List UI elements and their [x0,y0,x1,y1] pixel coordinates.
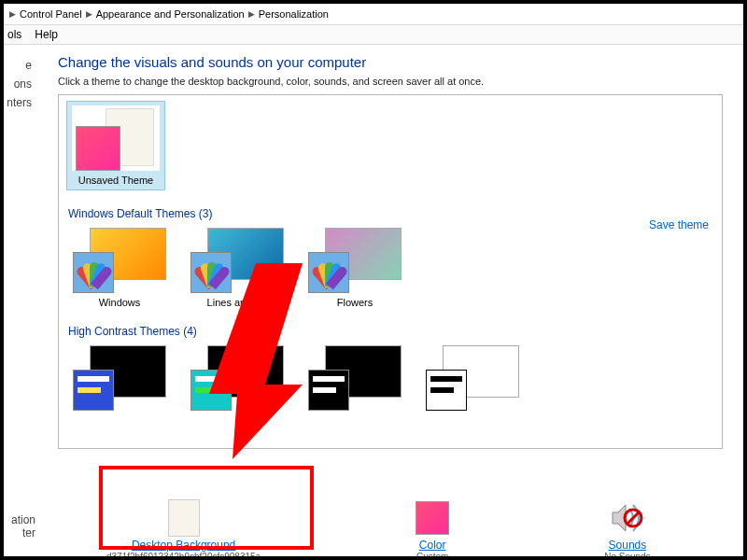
theme-hc-black[interactable] [305,345,404,414]
color-swatch [73,252,114,293]
palette-icon [195,255,229,288]
sidebar-item[interactable]: nters [4,93,32,112]
breadcrumb-bar: ▶ Control Panel ▶ Appearance and Persona… [4,4,743,24]
color-swatch [308,252,349,293]
theme-label: Unsaved Theme [71,175,161,186]
link-label: Desktop Background [106,539,261,552]
theme-label: Flowers [305,297,404,308]
color-swatch [308,370,349,411]
breadcrumb-appearance[interactable]: Appearance and Personalization [96,8,245,20]
sound-icon [605,499,650,537]
main-area: Change the visuals and sounds on your co… [32,45,743,500]
color-swatch [73,370,114,411]
themes-panel: Unsaved Theme Save theme Windows Default… [58,94,723,449]
link-subtext: d371f2bf6012342b9cbf20cfc908315a [106,552,261,561]
breadcrumb-personalization[interactable]: Personalization [259,8,329,20]
theme-thumbnail [72,105,160,171]
menu-tools[interactable]: ols [7,28,21,41]
chevron-right-icon: ▶ [248,9,255,19]
theme-hc-2[interactable] [188,345,287,414]
sidebar-item[interactable]: e [4,56,32,75]
theme-thumbnail [73,345,166,411]
sidebar-item[interactable]: ter [7,526,35,539]
color-icon [410,499,455,537]
color-swatch [426,370,467,411]
color-swatch [190,370,232,411]
palette-icon [78,255,111,288]
chevron-right-icon: ▶ [86,9,92,19]
link-subtext: Custom [410,552,455,561]
section-default-themes: Windows Default Themes (3) [68,207,714,220]
save-theme-link[interactable]: Save theme [649,218,709,231]
desktop-background-link[interactable]: Desktop Background d371f2bf6012342b9cbf2… [106,499,261,561]
chevron-right-icon: ▶ [9,9,16,19]
page-title: Change the visuals and sounds on your co… [58,54,743,70]
color-link[interactable]: Color Custom [410,499,455,561]
theme-thumbnail [73,228,166,293]
link-label: Color [410,539,455,552]
theme-thumbnail [190,345,284,411]
theme-lines[interactable]: Lines and col [188,228,287,308]
bottom-links: ation ter Desktop Background d371f2bf601… [4,500,743,560]
theme-windows[interactable]: Windows [70,228,169,308]
theme-thumbnail [190,228,284,293]
link-label: Sounds [604,539,650,552]
sidebar-item[interactable]: ation [7,513,35,526]
page-subtext: Click a theme to change the desktop back… [58,76,743,87]
theme-label: Lines and col [188,297,287,308]
menu-help[interactable]: Help [35,28,58,41]
breadcrumb-control-panel[interactable]: Control Panel [20,8,82,20]
theme-label: Windows [70,297,169,308]
theme-flowers[interactable]: Flowers [305,228,404,308]
sounds-link[interactable]: Sounds No Sounds [604,499,650,561]
theme-thumbnail [308,345,402,411]
theme-thumbnail [308,228,402,293]
section-hc-themes: High Contrast Themes (4) [68,325,714,338]
theme-hc-white[interactable] [423,345,522,414]
theme-hc-1[interactable] [70,345,169,414]
sidebar: e ons nters [4,45,32,500]
link-subtext: No Sounds [604,552,650,561]
wallpaper-icon [162,499,206,537]
theme-unsaved[interactable]: Unsaved Theme [66,101,165,190]
color-swatch [190,252,232,293]
menu-bar: ols Help [4,24,743,45]
color-swatch [76,126,120,171]
palette-icon [313,255,346,288]
theme-thumbnail [426,345,519,411]
sidebar-item[interactable]: ons [4,75,32,93]
